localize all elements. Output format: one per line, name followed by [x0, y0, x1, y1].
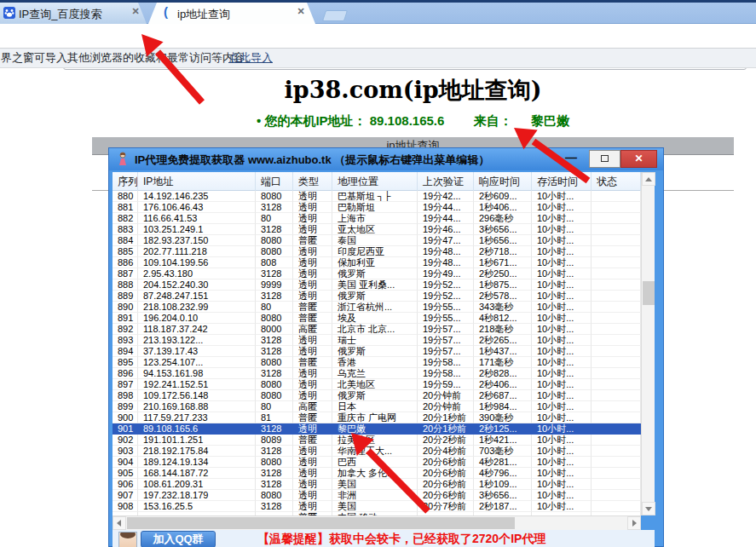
col-header-ip[interactable]: IP地址 — [138, 172, 256, 191]
table-row[interactable]: 888204.152.240.309999透明美国 亚利桑...19分52...… — [113, 279, 641, 291]
table-cell: 19分57... — [418, 324, 474, 335]
table-cell: 892 — [113, 324, 138, 335]
col-header-response[interactable]: 响应时间 — [474, 172, 532, 191]
table-cell: 296毫秒 — [474, 213, 532, 224]
table-cell: 亚太地区 — [332, 224, 418, 235]
minimize-button[interactable]: — — [559, 150, 583, 168]
table-row[interactable]: 902191.101.1.2518089普匿拉美地区20分2秒前1秒421...… — [113, 435, 641, 446]
table-cell: 3128 — [256, 501, 293, 512]
table-cell — [592, 468, 641, 479]
table-cell: 80 — [256, 401, 293, 412]
vertical-scrollbar[interactable] — [641, 172, 655, 515]
table-row[interactable]: 886109.104.199.56808透明保加利亚19分48...1秒671.… — [113, 257, 641, 268]
table-cell: 透明 — [293, 213, 332, 224]
table-row[interactable]: 903218.192.175.843128透明华南理工大...20分4秒前703… — [113, 446, 641, 457]
table-cell: 109.104.199.56 — [138, 257, 256, 268]
table-row[interactable]: 881176.106.46.433128透明巴勒斯坦19分44...1秒406.… — [113, 202, 641, 213]
vertical-scroll-thumb[interactable] — [643, 281, 655, 305]
table-row[interactable]: 8872.95.43.1803128透明俄罗斯19分49...2秒250...1… — [113, 268, 641, 279]
table-row[interactable]: 897192.241.152.518080透明北美地区19分59...2秒406… — [113, 379, 641, 390]
tab-close-icon[interactable]: ✕ — [130, 6, 141, 20]
table-cell: 10小时... — [532, 446, 592, 457]
table-row[interactable]: 88987.248.247.1513128透明俄罗斯19分52...2秒578.… — [113, 291, 641, 302]
close-button[interactable]: ✕ — [620, 150, 657, 168]
table-cell: 美国 亚利桑... — [332, 279, 418, 291]
tab-ip-query[interactable]: ( ip地址查询 ✕ — [148, 3, 315, 24]
table-row[interactable]: 899210.169.168.8880高匿日本20分钟前1秒984...10小时… — [113, 401, 641, 412]
maximize-button[interactable] — [589, 150, 620, 168]
scroll-right-button[interactable] — [627, 516, 641, 530]
table-row[interactable]: 89694.153.161.983128透明乌克兰19分58...2秒828..… — [113, 368, 641, 379]
col-header-status[interactable]: 状态 — [592, 172, 641, 191]
table-cell: 9999 — [256, 279, 293, 291]
table-cell: 4秒281... — [474, 457, 532, 468]
table-cell: 8080 — [256, 235, 293, 246]
table-cell: 3128 — [256, 202, 293, 213]
col-header-type[interactable]: 类型 — [293, 172, 332, 191]
scroll-down-button[interactable] — [642, 502, 655, 515]
table-cell: 19分47... — [418, 235, 474, 246]
table-cell: 3128 — [256, 368, 293, 379]
table-row[interactable]: 893213.193.122...3128透明瑞士19分57...2秒265..… — [113, 335, 641, 346]
new-tab-button[interactable] — [322, 10, 348, 21]
table-cell: 俄罗斯 — [332, 390, 418, 401]
table-cell: 116.66.41.53 — [138, 213, 256, 224]
col-header-alive[interactable]: 存活时间 — [532, 172, 592, 191]
horizontal-scroll-thumb[interactable] — [127, 517, 515, 529]
table-cell: 19分57... — [418, 346, 474, 357]
table-cell: 上海市 — [332, 213, 418, 224]
table-cell: 103.251.249.1 — [138, 224, 256, 235]
table-cell: 10小时... — [532, 279, 592, 291]
table-cell: 19分58... — [418, 368, 474, 379]
col-header-serial[interactable]: 序列号 — [113, 172, 138, 191]
table-cell: 108.61.209.31 — [138, 479, 256, 490]
table-cell: 普匿 — [293, 357, 332, 368]
scroll-left-button[interactable] — [113, 516, 126, 530]
table-cell — [592, 235, 641, 246]
col-header-verified[interactable]: 上次验证 — [418, 172, 474, 191]
table-row[interactable]: 908153.16.25.53128透明美国20分7秒前2秒187...10小时… — [113, 501, 641, 512]
tab-baidu-search[interactable]: IP查询_百度搜索 ✕ — [0, 3, 147, 24]
table-row[interactable]: 907197.232.18.1798080透明非洲20分6秒前3秒656...1… — [113, 490, 641, 501]
table-row[interactable]: 906108.61.209.313128透明美国20分6秒前1秒109...10… — [113, 479, 641, 490]
table-cell: 北京市 北京... — [332, 324, 418, 335]
table-row[interactable]: 892118.187.37.2428000高匿北京市 北京...19分57...… — [113, 324, 641, 335]
table-cell: 3128 — [256, 291, 293, 302]
table-row[interactable]: 883103.251.249.13128透明亚太地区19分46...3秒656.… — [113, 224, 641, 235]
from-label: 来自： — [474, 113, 512, 128]
table-cell: 10小时... — [532, 490, 592, 501]
table-cell — [592, 257, 641, 268]
table-cell: 2秒828... — [474, 368, 532, 379]
table-row[interactable]: 885202.77.111.2188080透明印度尼西亚19分48...2秒71… — [113, 246, 641, 257]
table-row[interactable]: 898109.172.56.1488080透明俄罗斯20分钟前2秒687...1… — [113, 390, 641, 401]
table-row[interactable]: 884182.93.237.1508080普匿泰国19分47...1秒656..… — [113, 235, 641, 246]
horizontal-scrollbar[interactable] — [113, 515, 641, 530]
table-row[interactable]: 895123.254.107...8080普匿香港19分58...171毫秒10… — [113, 357, 641, 368]
table-cell: 10小时... — [532, 202, 592, 213]
table-row[interactable]: 891196.204.0.108080普匿埃及19分55...4秒812...1… — [113, 313, 641, 324]
table-cell: 898 — [113, 390, 138, 401]
table-cell: 8080 — [256, 490, 293, 501]
bullet: • — [257, 113, 261, 128]
table-row[interactable]: 90189.108.165.63128透明黎巴嫩20分1秒前2秒125...10… — [113, 423, 641, 435]
table-row[interactable]: 88014.192.146.2358080透明巴基斯坦 ┐├19分42...2秒… — [113, 191, 641, 202]
col-header-port[interactable]: 端口 — [256, 172, 293, 191]
table-cell: 浙江省杭州... — [332, 302, 418, 313]
table-row[interactable]: 904189.124.19.1348080透明巴西20分6秒前4秒281...1… — [113, 457, 641, 468]
join-qq-group-button[interactable]: 加入QQ群 — [141, 531, 216, 547]
window-titlebar[interactable]: IP代理免费提取获取器 www.aizhubo.tk （提示鼠标右键弹出菜单编辑… — [109, 148, 663, 170]
table-cell: 218.108.232.99 — [138, 302, 256, 313]
browser-toolbar: ✕ www.ip38.com — [0, 24, 756, 49]
table-row[interactable]: 890218.108.232.9980普匿浙江省杭州...19分55...343… — [113, 302, 641, 313]
window-footer: 加入QQ群 【温馨提醒】获取中会较卡，已经获取了2720个IP代理 — [113, 530, 655, 547]
import-link[interactable]: 点此导入 — [228, 49, 273, 67]
table-cell — [592, 202, 641, 213]
col-header-location[interactable]: 地理位置 — [332, 172, 418, 191]
table-row[interactable]: 905168.144.187.723128透明加拿大 多伦...20分6秒前4秒… — [113, 468, 641, 479]
table-row[interactable]: 900117.59.217.23381普匿重庆市 广电网20分1秒前390毫秒1… — [113, 412, 641, 423]
table-row[interactable]: 89437.139.17.433128透明俄罗斯19分57...1秒437...… — [113, 346, 641, 357]
table-row[interactable]: 882116.66.41.5380透明上海市19分44...296毫秒10小时.… — [113, 213, 641, 224]
tab-close-icon[interactable]: ✕ — [295, 6, 307, 20]
scroll-up-button[interactable] — [642, 172, 655, 186]
table-cell: 10小时... — [532, 368, 592, 379]
